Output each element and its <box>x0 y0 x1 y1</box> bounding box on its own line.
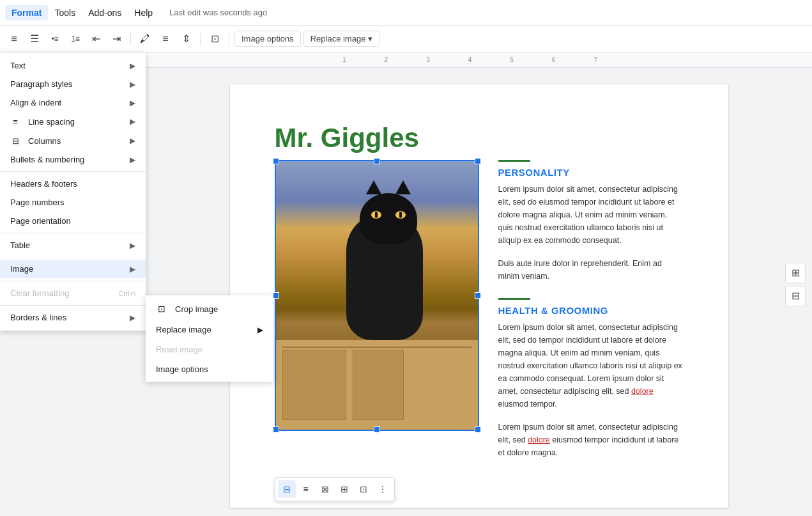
divider-1 <box>0 171 146 172</box>
crop-image-label: Crop image <box>175 304 218 314</box>
menu-format[interactable]: Format <box>5 5 48 20</box>
handle-top-left[interactable] <box>273 158 279 164</box>
toolbar-divider-3 <box>229 33 229 45</box>
right-column: PERSONALITY Lorem ipsum dolor sit amet, … <box>498 160 684 469</box>
line-spacing-arrow: ▶ <box>130 117 135 126</box>
headers-footers-label: Headers & footers <box>10 179 77 189</box>
replace-image-arrow: ▶ <box>257 325 263 334</box>
image-options-btn[interactable]: Image options <box>234 31 301 47</box>
menu-item-align-indent[interactable]: Align & indent ▶ <box>0 93 146 112</box>
menu-item-line-spacing[interactable]: ≡ Line spacing ▶ <box>0 112 146 131</box>
text-arrow: ▶ <box>130 61 135 70</box>
divider-4 <box>0 305 146 306</box>
menu-item-table[interactable]: Table ▶ <box>0 236 146 254</box>
cat-eye-left <box>371 211 381 219</box>
numbered-btn[interactable]: 1≡ <box>66 30 84 48</box>
submenu-image-options[interactable]: Image options <box>146 359 273 379</box>
menu-help[interactable]: Help <box>128 5 159 20</box>
divider-2 <box>0 233 146 233</box>
borders-lines-arrow: ▶ <box>130 313 135 322</box>
toolbar-divider-2 <box>200 33 201 45</box>
img-tb-wrap-text[interactable]: ≡ <box>297 480 315 498</box>
menu-item-clear-formatting[interactable]: Clear formatting Ctrl+\ <box>0 284 146 302</box>
menu-item-image[interactable]: Image ▶ <box>0 260 146 278</box>
menu-item-page-orientation[interactable]: Page orientation <box>0 212 146 230</box>
menu-item-text[interactable]: Text ▶ <box>0 56 146 75</box>
bullets-numbering-arrow: ▶ <box>130 155 135 164</box>
handle-top-mid[interactable] <box>374 158 380 164</box>
spacing-btn[interactable]: ⇕ <box>177 30 195 48</box>
handle-bot-right[interactable] <box>475 426 481 433</box>
handle-bot-left[interactable] <box>273 426 279 433</box>
handle-top-right[interactable] <box>475 158 481 164</box>
doc-area: 1 2 3 4 5 6 7 Mr. Giggles <box>146 52 812 516</box>
handle-mid-right[interactable] <box>475 292 481 299</box>
ruler-mark-6: 6 <box>552 56 556 63</box>
crop-btn[interactable]: ⊡ <box>206 30 224 48</box>
replace-image-label: Replace image <box>156 325 211 334</box>
menu-item-bullets-numbering[interactable]: Bullets & numbering ▶ <box>0 150 146 169</box>
side-btn-add[interactable]: ⊞ <box>785 263 806 283</box>
columns-icon: ⊟ <box>10 136 20 146</box>
highlight-btn[interactable]: 🖍 <box>136 30 154 48</box>
submenu-crop-image[interactable]: ⊡ Crop image <box>146 298 273 320</box>
img-tb-break-text[interactable]: ⊠ <box>316 480 334 498</box>
cat-ear-left <box>366 180 381 194</box>
img-tb-inline[interactable]: ⊟ <box>278 480 296 498</box>
ruler-mark-1: 1 <box>342 56 346 63</box>
columns-arrow: ▶ <box>130 136 135 145</box>
indent-left[interactable]: ⇤ <box>87 30 105 48</box>
image-label: Image <box>10 264 33 274</box>
health-link-2[interactable]: dolore <box>528 435 550 444</box>
side-btn-image[interactable]: ⊟ <box>785 286 806 306</box>
submenu-replace-image[interactable]: Replace image ▶ <box>146 320 273 340</box>
cabinet-area <box>276 340 478 430</box>
submenu-reset-image[interactable]: Reset image <box>146 340 273 359</box>
text-label: Text <box>10 61 26 70</box>
columns-label: Columns <box>28 136 61 146</box>
bullets-btn[interactable]: •≡ <box>46 30 64 48</box>
spacer <box>0 254 146 260</box>
img-tb-more[interactable]: ⋮ <box>374 480 392 498</box>
doc-content: ⊟ ≡ ⊠ ⊞ ⊡ ⋮ PERSONALITY <box>275 160 684 469</box>
image-arrow: ▶ <box>130 265 135 274</box>
menu-tools[interactable]: Tools <box>48 5 82 20</box>
menu-item-borders-lines[interactable]: Borders & lines ▶ <box>0 308 146 327</box>
img-tb-behind[interactable]: ⊞ <box>335 480 353 498</box>
list-btn-2[interactable]: ☰ <box>26 30 43 48</box>
health-link-1[interactable]: dolore <box>631 387 654 396</box>
ruler: 1 2 3 4 5 6 7 <box>146 52 812 68</box>
health-section-wrapper: HEALTH & GROOMING Lorem ipsum dolor sit … <box>498 298 684 459</box>
menu-item-page-numbers[interactable]: Page numbers <box>0 193 146 212</box>
bullets-numbering-label: Bullets & numbering <box>10 155 84 164</box>
replace-image-btn[interactable]: Replace image ▾ <box>303 31 379 47</box>
align-indent-arrow: ▶ <box>130 98 135 107</box>
page-numbers-label: Page numbers <box>10 198 65 207</box>
cat-eye-right <box>395 211 406 219</box>
menu-item-columns[interactable]: ⊟ Columns ▶ <box>0 131 146 150</box>
personality-para-2: Duis aute irure dolor in reprehenderit. … <box>498 257 684 283</box>
side-buttons: ⊞ ⊟ <box>785 263 806 306</box>
health-para-1: Lorem ipsum dolor sit amet, consectetur … <box>498 321 684 410</box>
align-btn[interactable]: ≡ <box>157 30 174 48</box>
image-submenu: ⊡ Crop image Replace image ▶ Reset image… <box>146 295 273 382</box>
ruler-mark-4: 4 <box>468 56 472 63</box>
document-title: Mr. Giggles <box>275 123 684 153</box>
table-arrow: ▶ <box>130 241 135 250</box>
menu-item-paragraph-styles[interactable]: Paragraph styles ▶ <box>0 75 146 93</box>
document: Mr. Giggles <box>230 84 728 508</box>
list-btn-1[interactable]: ≡ <box>5 30 23 48</box>
page-orientation-label: Page orientation <box>10 216 71 226</box>
personality-para-1: Lorem ipsum dolor sit amet, consectetur … <box>498 183 684 247</box>
indent-right[interactable]: ⇥ <box>107 30 125 48</box>
health-para-2: Lorem ipsum dolor sit amet, consectetur … <box>498 421 684 459</box>
toolbar: ≡ ☰ •≡ 1≡ ⇤ ⇥ 🖍 ≡ ⇕ ⊡ Image options Repl… <box>0 26 812 52</box>
selected-image[interactable] <box>275 160 479 431</box>
menu-item-headers-footers[interactable]: Headers & footers <box>0 175 146 193</box>
menu-addons[interactable]: Add-ons <box>82 5 128 20</box>
handle-mid-left[interactable] <box>273 292 279 299</box>
align-indent-label: Align & indent <box>10 98 61 107</box>
cat-pupil-left <box>375 212 378 218</box>
handle-bot-mid[interactable] <box>374 426 380 433</box>
img-tb-front[interactable]: ⊡ <box>355 480 372 498</box>
